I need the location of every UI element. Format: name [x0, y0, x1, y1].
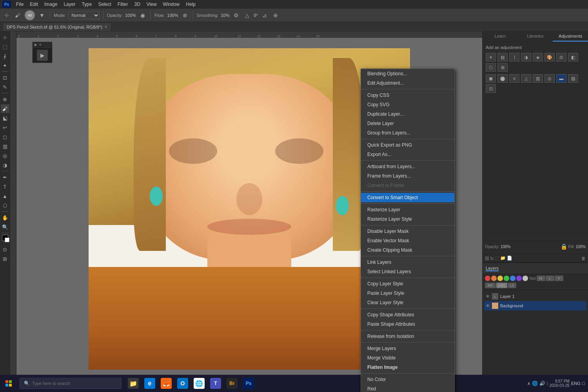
table-row[interactable]: 👁 B Background — [484, 301, 586, 310]
threshold-icon[interactable]: △ — [521, 74, 531, 83]
history-brush-tool[interactable]: ↩ — [1, 123, 9, 132]
magic-wand-tool[interactable]: ✦ — [1, 61, 9, 70]
volume-icon[interactable]: 🔊 — [539, 381, 545, 386]
brush-preset-icon[interactable]: ▼ — [38, 11, 46, 20]
background-color[interactable] — [5, 238, 9, 242]
create-layer-icon[interactable]: 📄 — [507, 256, 512, 261]
move-tool-icon[interactable]: ⊹ — [2, 11, 11, 20]
ctx-copy-layer-style[interactable]: Copy Layer Style — [361, 279, 454, 289]
ctx-delete-layer[interactable]: Delete Layer — [361, 119, 454, 128]
gradient-tool[interactable]: ▥ — [1, 142, 9, 151]
eyedropper-tool[interactable]: ✎ — [1, 83, 9, 91]
pattern-fill-icon[interactable]: ⊡ — [486, 84, 496, 93]
tray-up-icon[interactable]: ∧ — [527, 381, 530, 386]
layer-visibility-icon[interactable]: 👁 — [486, 294, 490, 299]
exposure-icon[interactable]: ◑ — [521, 53, 531, 62]
taskbar-app-firefox[interactable]: 🦊 — [158, 375, 174, 392]
screen-mode-tool[interactable]: ⊞ — [1, 254, 9, 263]
ctx-edit-adjustment[interactable]: Edit Adjustment... — [361, 78, 454, 88]
dodge-tool[interactable]: ◑ — [1, 161, 9, 169]
selective-color-icon[interactable]: ◎ — [544, 74, 555, 83]
ctx-merge-visible[interactable]: Merge Visible — [361, 353, 454, 363]
tab-learn[interactable]: Learn — [483, 31, 518, 42]
extra-icon[interactable]: ⊕ — [271, 11, 280, 20]
pen-tool[interactable]: ✒ — [1, 173, 9, 181]
menu-help[interactable]: Help — [183, 1, 198, 8]
menu-file[interactable]: File — [13, 1, 26, 8]
photo-filter-icon[interactable]: ⬡ — [486, 63, 496, 72]
quick-mask-tool[interactable]: ⊙ — [1, 245, 9, 254]
table-row[interactable]: 👁 L Layer 1 — [484, 292, 586, 301]
ctx-enable-vector-mask[interactable]: Enable Vector Mask — [361, 236, 454, 245]
gradient-map-icon[interactable]: ▥ — [533, 74, 543, 83]
menu-edit[interactable]: Edit — [27, 1, 41, 8]
swatch-yellow[interactable] — [497, 276, 503, 281]
menu-3d[interactable]: 3D — [131, 1, 143, 8]
zoom-tool[interactable]: 🔍 — [1, 223, 9, 231]
brightness-contrast-icon[interactable]: ☀ — [486, 53, 496, 62]
brush-tool[interactable]: 🖌 — [1, 104, 9, 113]
taskbar-app-edge[interactable]: e — [142, 375, 158, 392]
taskbar-search-input[interactable] — [32, 381, 117, 386]
ctx-blending-options[interactable]: Blending Options... — [361, 69, 454, 78]
link-layers-icon[interactable]: ⛓ — [485, 256, 489, 261]
eraser-tool[interactable]: ◻ — [1, 132, 9, 141]
ctx-copy-css[interactable]: Copy CSS — [361, 91, 454, 100]
ctx-select-linked-layers[interactable]: Select Linked Layers — [361, 267, 454, 276]
menu-view[interactable]: View — [144, 1, 160, 8]
move-tool[interactable]: ⊹ — [1, 33, 9, 42]
taskbar-search-box[interactable]: 🔍 — [20, 378, 122, 389]
swatch-red[interactable] — [485, 276, 490, 281]
swatch-orange[interactable] — [491, 276, 497, 281]
tab-adjustments[interactable]: Adjustments — [553, 31, 588, 42]
gear-icon[interactable]: ⚙ — [232, 11, 240, 20]
blur-tool[interactable]: ◎ — [1, 151, 9, 160]
hand-tool[interactable]: ✋ — [1, 213, 9, 222]
layer-visibility-icon[interactable]: 👁 — [486, 303, 490, 308]
brush-icon[interactable]: 🖌 — [13, 11, 22, 20]
ctx-copy-shape-attrs[interactable]: Copy Shape Attributes — [361, 310, 454, 319]
ctx-merge-layers[interactable]: Merge Layers — [361, 344, 454, 353]
ctx-artboard-from-layers[interactable]: Artboard from Layers... — [361, 162, 454, 171]
language-indicator[interactable]: ENG — [571, 381, 581, 386]
ctx-create-clipping-mask[interactable]: Create Clipping Mask — [361, 245, 454, 255]
ctx-convert-smart-object[interactable]: Convert to Smart Object — [361, 193, 454, 202]
channel-mixer-icon[interactable]: ⊞ — [497, 63, 508, 72]
menu-type[interactable]: Type — [79, 1, 94, 8]
ctx-paste-shape-attrs[interactable]: Paste Shape Attributes — [361, 319, 454, 329]
menu-select[interactable]: Select — [95, 1, 114, 8]
symmetry-icon[interactable]: ⊿ — [260, 11, 269, 20]
ctx-clear-layer-style[interactable]: Clear Layer Style — [361, 298, 454, 307]
menu-layer[interactable]: Layer — [61, 1, 78, 8]
curves-icon[interactable]: ⌇ — [509, 53, 519, 62]
ctx-rasterize-layer-style[interactable]: Rasterize Layer Style — [361, 214, 454, 224]
ctx-no-color[interactable]: No Color — [361, 375, 454, 384]
start-button[interactable] — [0, 375, 17, 392]
ctx-export-as[interactable]: Export As... — [361, 150, 454, 159]
swatch-violet[interactable] — [516, 276, 522, 281]
notification-icon[interactable]: □ — [582, 381, 585, 386]
ctx-duplicate-layer[interactable]: Duplicate Layer... — [361, 109, 454, 119]
taskbar-app-photoshop[interactable]: Ps — [241, 375, 256, 392]
taskbar-app-outlook[interactable]: O — [175, 375, 191, 392]
opacity-icon[interactable]: ◉ — [138, 11, 147, 20]
create-group-icon[interactable]: 📁 — [500, 256, 506, 261]
hue-sat-icon[interactable]: 🎨 — [544, 53, 555, 62]
add-style-icon[interactable]: fx — [490, 256, 494, 261]
ctx-group-from-layers[interactable]: Group from Layers... — [361, 128, 454, 138]
vibrance-icon[interactable]: ◈ — [533, 53, 543, 62]
invert-icon[interactable]: ⬤ — [497, 74, 508, 83]
flow-icon[interactable]: ⊗ — [181, 11, 189, 20]
taskbar-app-chrome[interactable]: 🌐 — [191, 375, 207, 392]
ctx-quick-export[interactable]: Quick Export as PNG — [361, 140, 454, 150]
network-icon[interactable]: 🌐 — [532, 381, 538, 386]
taskbar-app-files[interactable]: 📁 — [125, 375, 141, 392]
color-lookup-icon[interactable]: ▣ — [486, 74, 496, 83]
layers-tab[interactable]: Layers — [486, 266, 499, 271]
clock[interactable]: 9:57 PM 2020-03-25 — [550, 379, 570, 388]
swatch-blue[interactable] — [510, 276, 515, 281]
gradient-fill-icon[interactable]: ▧ — [568, 74, 578, 83]
ctx-paste-layer-style[interactable]: Paste Layer Style — [361, 289, 454, 298]
levels-icon[interactable]: ▤ — [497, 53, 508, 62]
swatch-green[interactable] — [504, 276, 509, 281]
